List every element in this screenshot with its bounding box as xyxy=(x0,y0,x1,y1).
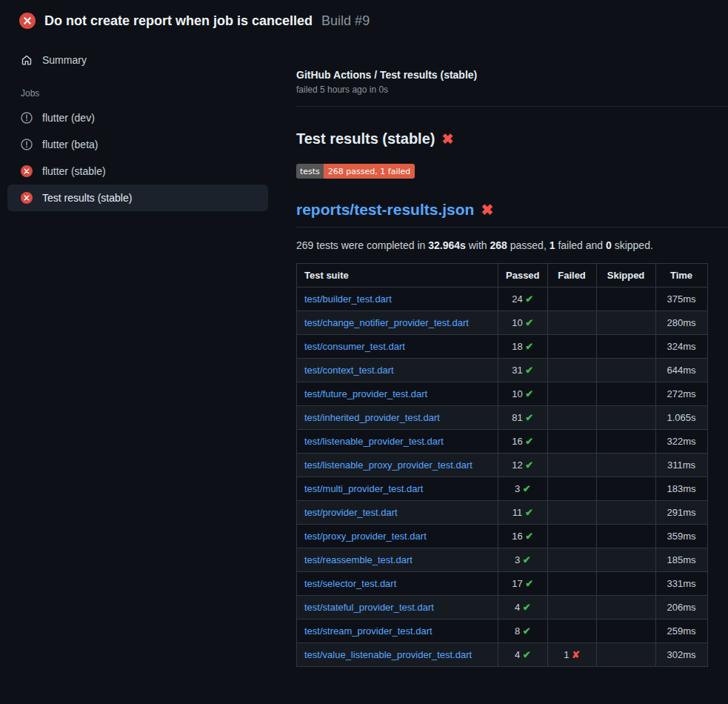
skipped-cell xyxy=(596,406,655,430)
test-suite-cell: test/inherited_provider_test.dart xyxy=(297,406,498,430)
table-row: test/stream_provider_test.dart8 ✔259ms xyxy=(297,620,708,643)
check-icon: ✔ xyxy=(525,507,533,518)
failed-count: 1 xyxy=(564,649,572,660)
test-suite-cell: test/multi_provider_test.dart xyxy=(297,477,498,501)
divider xyxy=(296,106,728,107)
test-suite-cell: test/value_listenable_provider_test.dart xyxy=(297,643,498,667)
sidebar-item-label: Test results (stable) xyxy=(42,192,132,204)
time-cell: 291ms xyxy=(655,501,707,525)
passed-cell: 3 ✔ xyxy=(498,548,548,572)
time-cell: 280ms xyxy=(655,311,707,335)
test-suite-link[interactable]: test/consumer_test.dart xyxy=(304,341,405,352)
check-run-output: GitHub Actions / Test results (stable) f… xyxy=(275,36,728,667)
test-results-table: Test suite Passed Failed Skipped Time te… xyxy=(296,263,708,667)
check-icon: ✔ xyxy=(525,459,533,471)
summary-failed-count: 1 xyxy=(550,239,555,251)
check-icon: ✔ xyxy=(523,649,531,660)
table-row: test/consumer_test.dart18 ✔324ms xyxy=(297,335,708,359)
time-cell: 183ms xyxy=(655,477,707,501)
test-suite-cell: test/selector_test.dart xyxy=(297,572,498,596)
x-icon: ✘ xyxy=(572,649,580,660)
passed-cell: 81 ✔ xyxy=(498,406,548,430)
check-icon: ✔ xyxy=(525,317,533,328)
test-suite-link[interactable]: test/future_provider_test.dart xyxy=(304,388,427,399)
test-suite-link[interactable]: test/provider_test.dart xyxy=(304,507,398,518)
passed-count: 3 xyxy=(515,554,523,565)
sidebar-item-label: flutter (beta) xyxy=(42,139,98,150)
skipped-cell xyxy=(596,359,655,382)
skipped-cell xyxy=(596,311,655,335)
sidebar-item-summary[interactable]: Summary xyxy=(7,47,268,73)
column-header-failed: Failed xyxy=(547,264,596,288)
alert-circle-icon xyxy=(21,112,33,124)
summary-text: passed, xyxy=(507,239,550,251)
failed-cell xyxy=(547,572,596,596)
test-suite-link[interactable]: test/inherited_provider_test.dart xyxy=(304,412,440,423)
table-row: test/selector_test.dart17 ✔331ms xyxy=(297,572,708,596)
summary-skipped-count: 0 xyxy=(606,239,612,251)
test-summary-line: 269 tests were completed in 32.964s with… xyxy=(296,239,728,251)
time-cell: 322ms xyxy=(655,430,707,454)
column-header-passed: Passed xyxy=(498,264,548,288)
sidebar-item-label: Summary xyxy=(42,54,87,66)
page-title: Do not create report when job is cancell… xyxy=(44,13,313,29)
time-cell: 644ms xyxy=(655,359,707,382)
report-title: reports/test-results.json ✖ xyxy=(296,201,728,228)
test-suite-cell: test/proxy_provider_test.dart xyxy=(297,525,498,548)
test-suite-link[interactable]: test/selector_test.dart xyxy=(304,578,396,589)
passed-count: 31 xyxy=(512,365,525,376)
table-row: test/listenable_provider_test.dart16 ✔32… xyxy=(297,430,708,454)
passed-count: 10 xyxy=(512,388,525,399)
test-suite-link[interactable]: test/context_test.dart xyxy=(304,365,394,376)
passed-count: 4 xyxy=(515,649,523,660)
failed-cell xyxy=(547,477,596,501)
report-file-link[interactable]: reports/test-results.json xyxy=(296,201,474,219)
test-suite-link[interactable]: test/change_notifier_provider_test.dart xyxy=(304,317,469,328)
test-suite-link[interactable]: test/listenable_proxy_provider_test.dart xyxy=(304,459,472,471)
test-suite-link[interactable]: test/value_listenable_provider_test.dart xyxy=(304,649,472,660)
failed-cell xyxy=(547,311,596,335)
passed-cell: 4 ✔ xyxy=(498,643,548,667)
failed-cell xyxy=(547,430,596,454)
test-suite-link[interactable]: test/builder_test.dart xyxy=(304,293,392,305)
passed-cell: 31 ✔ xyxy=(498,359,548,382)
check-icon: ✔ xyxy=(525,293,533,305)
check-icon: ✔ xyxy=(525,341,533,352)
test-suite-cell: test/listenable_provider_test.dart xyxy=(297,430,498,454)
skipped-cell xyxy=(596,288,655,311)
test-suite-link[interactable]: test/listenable_provider_test.dart xyxy=(304,436,444,447)
sidebar-item-test-results-stable[interactable]: Test results (stable) xyxy=(7,185,268,211)
check-icon: ✔ xyxy=(523,625,531,637)
sidebar-item-flutter-beta[interactable]: flutter (beta) xyxy=(7,131,268,158)
sidebar-item-flutter-stable[interactable]: flutter (stable) xyxy=(7,158,268,185)
skipped-cell xyxy=(596,501,655,525)
check-icon: ✔ xyxy=(523,483,531,494)
test-suite-link[interactable]: test/stream_provider_test.dart xyxy=(304,625,433,637)
results-table-body: test/builder_test.dart24 ✔375mstest/chan… xyxy=(297,288,708,667)
passed-count: 81 xyxy=(512,412,525,423)
column-header-test-suite: Test suite xyxy=(297,264,498,288)
jobs-sidebar: Summary Jobs flutter (dev) flutter (beta… xyxy=(0,36,275,211)
test-suite-link[interactable]: test/multi_provider_test.dart xyxy=(304,483,423,494)
check-icon: ✔ xyxy=(525,365,533,376)
time-cell: 324ms xyxy=(655,335,707,359)
failed-cell xyxy=(547,525,596,548)
time-cell: 331ms xyxy=(655,572,707,596)
test-suite-link[interactable]: test/reassemble_test.dart xyxy=(304,554,413,565)
passed-count: 4 xyxy=(515,602,523,613)
passed-count: 16 xyxy=(512,436,525,447)
test-suite-link[interactable]: test/stateful_provider_test.dart xyxy=(304,602,434,613)
check-icon: ✔ xyxy=(525,578,533,589)
check-run-header: Do not create report when job is cancell… xyxy=(0,0,728,36)
table-row: test/multi_provider_test.dart3 ✔183ms xyxy=(297,477,708,501)
failed-cell xyxy=(547,382,596,406)
sidebar-item-flutter-dev[interactable]: flutter (dev) xyxy=(7,104,268,131)
test-suite-link[interactable]: test/proxy_provider_test.dart xyxy=(304,531,427,542)
time-cell: 185ms xyxy=(655,548,707,572)
table-row: test/future_provider_test.dart10 ✔272ms xyxy=(297,382,708,406)
passed-count: 18 xyxy=(512,341,525,352)
passed-cell: 24 ✔ xyxy=(498,288,548,311)
skipped-cell xyxy=(596,525,655,548)
alert-circle-icon xyxy=(21,139,33,150)
summary-text: skipped. xyxy=(612,239,653,251)
